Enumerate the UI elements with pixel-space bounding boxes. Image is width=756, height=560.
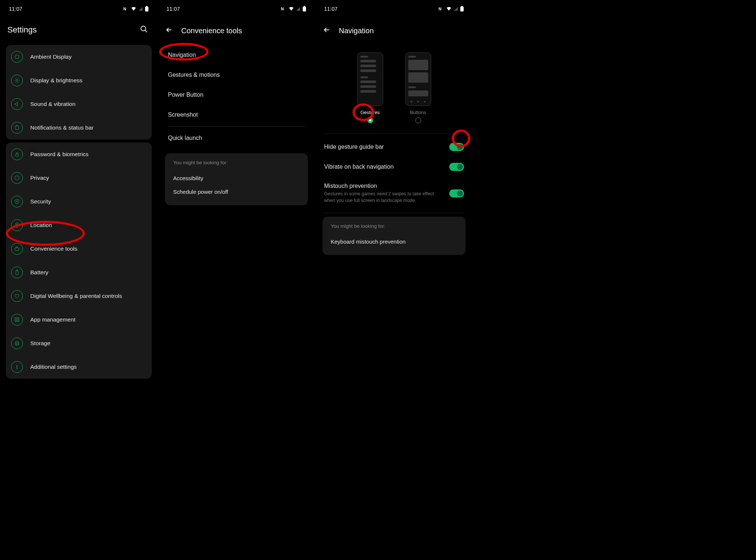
row-navigation[interactable]: Navigation — [158, 45, 315, 65]
row-additional-settings[interactable]: Additional settings — [6, 355, 152, 379]
svg-point-9 — [17, 201, 18, 202]
toggle-mistouch-prevention[interactable]: Mistouch prevention Gestures in some gam… — [315, 177, 473, 210]
row-privacy[interactable]: Privacy — [6, 166, 152, 190]
row-app-management[interactable]: App management — [6, 308, 152, 331]
lock-icon — [11, 148, 23, 160]
svg-rect-29 — [461, 6, 463, 7]
battery-setting-icon — [11, 267, 23, 278]
wifi-icon — [131, 6, 137, 11]
svg-rect-2 — [146, 6, 148, 7]
privacy-icon — [11, 172, 23, 184]
preview-buttons-icon — [405, 52, 431, 106]
switch-mistouch-prevention[interactable] — [449, 189, 464, 197]
divider — [168, 126, 305, 127]
status-time: 11:07 — [166, 6, 180, 12]
svg-rect-7 — [15, 126, 18, 129]
preview-gestures-icon — [357, 52, 383, 106]
suggest-card: You might be looking for: Accessibility … — [165, 153, 308, 205]
signal-icon — [138, 6, 143, 11]
svg-rect-17 — [17, 320, 19, 322]
suggest-keyboard-mistouch[interactable]: Keyboard mistouch prevention — [331, 235, 457, 248]
row-gestures-motions[interactable]: Gestures & motions — [158, 65, 315, 85]
row-battery[interactable]: Battery — [6, 261, 152, 284]
search-icon[interactable] — [140, 25, 148, 35]
row-notifications[interactable]: Notifications & status bar — [6, 116, 152, 140]
divider — [324, 134, 464, 134]
header: Navigation — [315, 16, 473, 45]
row-quick-launch[interactable]: Quick launch — [158, 128, 315, 148]
row-ambient-display[interactable]: Ambient Display — [6, 45, 152, 69]
svg-rect-8 — [16, 154, 18, 156]
svg-line-4 — [145, 30, 147, 32]
more-icon — [11, 361, 23, 373]
row-convenience-tools[interactable]: Convenience tools — [6, 237, 152, 261]
location-icon — [11, 219, 23, 231]
brightness-icon — [11, 75, 23, 86]
status-bar: 11:07 N — [315, 0, 473, 16]
svg-text:N: N — [123, 7, 126, 11]
nfc-icon: N — [281, 6, 287, 11]
nav-style-selector: Gestures Buttons — [315, 52, 473, 123]
option-gestures[interactable]: Gestures — [357, 52, 383, 123]
svg-point-6 — [16, 79, 18, 81]
wifi-icon — [288, 6, 294, 11]
nfc-icon: N — [439, 6, 444, 11]
toggle-hide-gesture-bar[interactable]: Hide gesture guide bar — [315, 137, 473, 157]
svg-rect-13 — [17, 270, 18, 271]
battery-icon — [145, 6, 149, 12]
heart-icon — [11, 290, 23, 302]
status-bar: 11:07 N — [158, 0, 315, 16]
tools-icon — [11, 243, 23, 255]
row-location[interactable]: Location — [6, 213, 152, 237]
radio-gestures[interactable] — [367, 117, 373, 123]
signal-icon — [296, 6, 301, 11]
row-display-brightness[interactable]: Display & brightness — [6, 69, 152, 92]
svg-rect-18 — [15, 341, 18, 345]
screen-convenience-tools: 11:07 N Convenience tools Navigation Ges… — [158, 0, 315, 350]
svg-rect-25 — [303, 7, 306, 11]
row-storage[interactable]: Storage — [6, 331, 152, 355]
option-buttons[interactable]: Buttons — [405, 52, 431, 123]
row-power-button[interactable]: Power Button — [158, 85, 315, 105]
security-icon — [11, 196, 23, 207]
settings-group-1: Ambient Display Display & brightness Sou… — [6, 45, 152, 140]
radio-buttons[interactable] — [415, 117, 421, 123]
status-icons: N — [439, 6, 464, 12]
header: Convenience tools — [158, 16, 315, 45]
page-title: Settings — [7, 25, 37, 35]
status-bar: 11:07 N — [0, 0, 158, 16]
svg-rect-1 — [145, 7, 148, 11]
notification-icon — [11, 122, 23, 134]
svg-point-21 — [17, 365, 17, 366]
status-icons: N — [281, 6, 306, 12]
svg-point-22 — [17, 367, 17, 367]
svg-rect-11 — [15, 248, 19, 250]
svg-rect-14 — [15, 318, 17, 319]
row-screenshot[interactable]: Screenshot — [158, 105, 315, 125]
screen-navigation: 11:07 N Navigation Gestures — [315, 0, 473, 350]
switch-hide-gesture-bar[interactable] — [449, 143, 464, 151]
row-password-biometrics[interactable]: Password & biometrics — [6, 142, 152, 166]
svg-point-23 — [17, 368, 17, 369]
signal-icon — [453, 6, 458, 11]
svg-text:N: N — [439, 7, 441, 11]
switch-vibrate-back[interactable] — [449, 163, 464, 171]
row-security[interactable]: Security — [6, 190, 152, 213]
row-digital-wellbeing[interactable]: Digital Wellbeing & parental controls — [6, 284, 152, 308]
back-icon[interactable] — [323, 26, 331, 35]
suggest-title: You might be looking for: — [173, 160, 300, 165]
nfc-icon: N — [123, 6, 129, 11]
svg-rect-12 — [16, 271, 18, 275]
suggest-schedule-power[interactable]: Schedule power on/off — [173, 185, 300, 199]
sound-icon — [11, 98, 23, 110]
suggest-title: You might be looking for: — [331, 223, 457, 229]
screen-settings: 11:07 N Settings Ambient Display Display… — [0, 0, 158, 350]
back-icon[interactable] — [165, 26, 173, 35]
toggle-vibrate-back[interactable]: Vibrate on back navigation — [315, 157, 473, 177]
ambient-icon — [11, 51, 23, 63]
svg-point-3 — [141, 26, 146, 31]
suggest-accessibility[interactable]: Accessibility — [173, 171, 300, 185]
row-sound-vibration[interactable]: Sound & vibration — [6, 92, 152, 116]
header-title: Convenience tools — [181, 27, 308, 35]
settings-group-2: Password & biometrics Privacy Security L… — [6, 142, 152, 379]
